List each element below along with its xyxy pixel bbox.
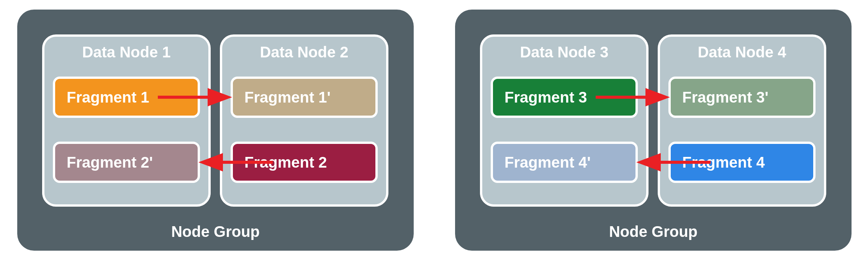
diagram-canvas: Node Group Data Node 1 Fragment 1 Fragme…: [0, 0, 868, 261]
arrows-layer: [0, 0, 868, 261]
